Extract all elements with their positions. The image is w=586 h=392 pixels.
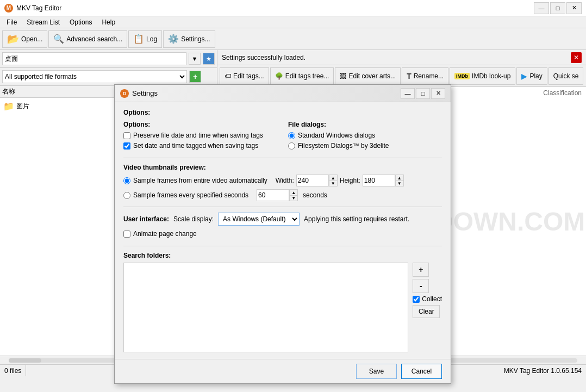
divider-2	[123, 207, 442, 207]
sample-every-radio[interactable]	[123, 192, 130, 199]
width-spinner: ▲ ▼	[296, 175, 338, 186]
dialog-icon: D	[120, 89, 129, 98]
two-col-options: Options: Preserve file date and time whe…	[123, 121, 442, 152]
filesystem-dialogs-label: Filesystem Dialogs™ by 3delite	[298, 142, 389, 150]
seconds-down-btn[interactable]: ▼	[289, 195, 298, 201]
set-date-label: Set date and time tagged when saving tag…	[133, 142, 258, 150]
filesystem-dialogs-row: Filesystem Dialogs™ by 3delite	[288, 142, 442, 150]
restart-note: Applying this setting requires restart.	[304, 215, 409, 223]
dialog-minimize-btn[interactable]: —	[401, 88, 415, 99]
dialog-close-btn[interactable]: ✕	[431, 88, 445, 99]
animate-row: Animate page change	[123, 230, 197, 238]
seconds-label: seconds	[303, 191, 327, 199]
dialog-title-bar: D Settings — □ ✕	[115, 85, 451, 102]
search-folders-body: + - Collect Clear	[123, 263, 442, 352]
dialog-controls: — □ ✕	[401, 88, 445, 99]
standard-radio[interactable]	[288, 132, 295, 139]
search-folders-section: Search folders: + - Collect Clear	[123, 252, 442, 352]
dialog-content: Options: Options: Preserve file date and…	[115, 102, 451, 359]
file-dialogs-label: File dialogs:	[288, 121, 442, 128]
divider-3	[123, 246, 442, 246]
seconds-up-btn[interactable]: ▲	[289, 189, 298, 195]
folders-list[interactable]	[123, 263, 408, 352]
settings-dialog: D Settings — □ ✕ Options: Options:	[114, 84, 451, 384]
user-interface-section: User interface: Scale display: As Window…	[123, 213, 442, 240]
height-label: Height:	[340, 177, 360, 184]
width-spin-btns: ▲ ▼	[329, 175, 338, 186]
set-date-row: Set date and time tagged when saving tag…	[123, 142, 277, 150]
search-folders-label: Search folders:	[123, 252, 442, 259]
width-input[interactable]	[296, 175, 329, 186]
options-header: Options:	[123, 109, 442, 116]
sample-every-row: Sample frames every specified seconds ▲ …	[123, 189, 442, 201]
collect-row: Collect	[413, 295, 442, 303]
dialog-overlay: D Settings — □ ✕ Options: Options:	[0, 0, 586, 392]
width-up-btn[interactable]: ▲	[329, 175, 338, 181]
preserve-row: Preserve file date and time when saving …	[123, 132, 277, 139]
collect-label: Collect	[422, 295, 442, 303]
height-up-btn[interactable]: ▲	[395, 175, 404, 181]
animate-label: Animate page change	[133, 230, 197, 238]
height-spinner: ▲ ▼	[363, 175, 404, 186]
cancel-button[interactable]: Cancel	[401, 364, 442, 379]
folders-buttons: + - Collect Clear	[413, 263, 442, 352]
dialog-title-text: D Settings	[120, 89, 158, 98]
width-group: Width: ▲ ▼ Height: ▲	[276, 175, 404, 186]
height-spin-btns: ▲ ▼	[395, 175, 404, 186]
scale-label: Scale display:	[173, 215, 214, 223]
ui-label: User interface:	[123, 215, 169, 223]
preserve-label: Preserve file date and time when saving …	[133, 132, 263, 139]
width-label: Width:	[276, 177, 294, 184]
divider-1	[123, 158, 442, 158]
add-folder-btn[interactable]: +	[413, 263, 429, 277]
clear-btn[interactable]: Clear	[413, 305, 440, 318]
sample-auto-row: Sample frames from entire video automati…	[123, 175, 442, 186]
standard-dialogs-label: Standard Windows dialogs	[298, 132, 375, 139]
height-down-btn[interactable]: ▼	[395, 181, 404, 186]
seconds-input[interactable]	[257, 189, 289, 201]
width-down-btn[interactable]: ▼	[329, 181, 338, 186]
standard-dialogs-row: Standard Windows dialogs	[288, 132, 442, 139]
sample-auto-label: Sample frames from entire video automati…	[133, 177, 267, 184]
options-col: Options: Preserve file date and time whe…	[123, 121, 277, 152]
video-thumbnails-section: Video thumbnails preview: Sample frames …	[123, 164, 442, 201]
save-button[interactable]: Save	[356, 364, 397, 379]
dialog-title-label: Settings	[132, 89, 158, 97]
seconds-spinner: ▲ ▼	[257, 189, 298, 201]
animate-checkbox[interactable]	[123, 231, 130, 238]
seconds-spin-btns: ▲ ▼	[289, 189, 298, 201]
options-label: Options:	[123, 121, 277, 128]
dialog-maximize-btn[interactable]: □	[416, 88, 430, 99]
remove-folder-btn[interactable]: -	[413, 279, 429, 293]
height-input[interactable]	[363, 175, 395, 186]
sample-every-label: Sample frames every specified seconds	[133, 191, 248, 199]
preserve-checkbox[interactable]	[123, 132, 130, 139]
set-date-checkbox[interactable]	[123, 142, 130, 150]
file-dialogs-col: File dialogs: Standard Windows dialogs F…	[288, 121, 442, 152]
filesystem-radio[interactable]	[288, 142, 295, 150]
sample-auto-radio[interactable]	[123, 177, 130, 184]
collect-checkbox[interactable]	[413, 296, 420, 303]
dialog-footer: Save Cancel	[115, 359, 451, 383]
scale-select[interactable]: As Windows (Default) 100% 125% 150%	[218, 213, 300, 226]
video-thumbnails-label: Video thumbnails preview:	[123, 164, 442, 171]
